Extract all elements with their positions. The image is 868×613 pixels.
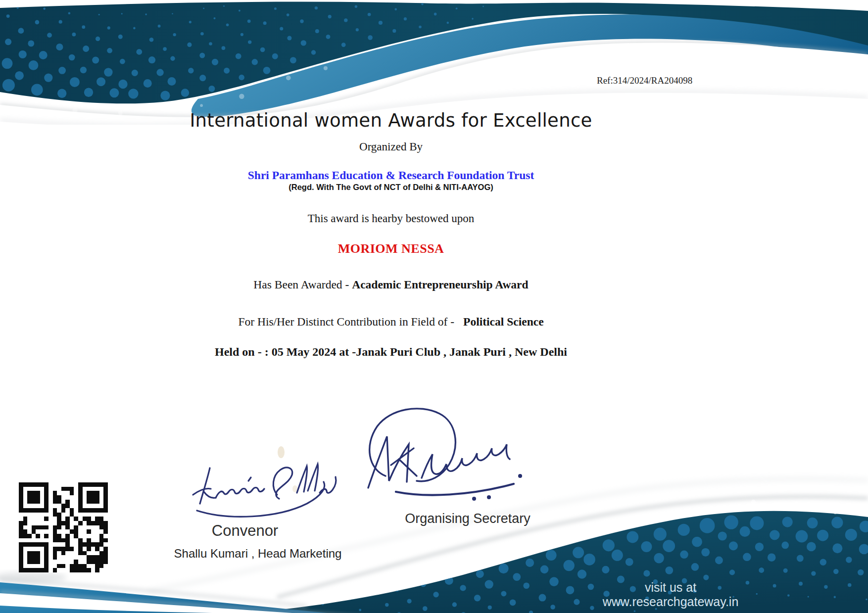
organization-name: Shri Paramhans Education & Research Foun… — [0, 169, 782, 182]
reference-number: Ref:314/2024/RA204098 — [597, 75, 692, 86]
field-prefix: For His/Her Distinct Contribution in Fie… — [238, 315, 454, 328]
convenor-title: Convenor — [176, 522, 314, 540]
qr-code — [19, 482, 108, 572]
event-line: Held on - : 05 May 2024 at -Janak Puri C… — [0, 345, 782, 359]
certificate-body: International women Awards for Excellenc… — [0, 0, 782, 613]
convenor-signature — [178, 445, 346, 529]
award-line: Has Been Awarded - Academic Entrepreneur… — [0, 278, 782, 291]
field-name: Political Science — [463, 315, 544, 328]
certificate-title: International women Awards for Excellenc… — [0, 110, 782, 131]
secretary-title: Organising Secretary — [393, 511, 542, 526]
secretary-signature — [356, 396, 534, 505]
convenor-name: Shallu Kumari , Head Marketing — [159, 547, 357, 561]
award-prefix: Has Been Awarded - — [253, 278, 352, 291]
certificate: Ref:314/2024/RA204098 International wome… — [0, 0, 868, 613]
footer-website: visit us at www.researchgateway.in — [596, 580, 745, 609]
registration-note: (Regd. With The Govt of NCT of Delhi & N… — [0, 183, 782, 192]
field-line: For His/Her Distinct Contribution in Fie… — [0, 315, 782, 329]
recipient-name: MORIOM NESSA — [0, 241, 782, 256]
bestowed-line: This award is hearby bestowed upon — [0, 212, 782, 225]
award-name: Academic Entrepreneurship Award — [352, 278, 528, 291]
organized-by-label: Organized By — [0, 141, 782, 153]
